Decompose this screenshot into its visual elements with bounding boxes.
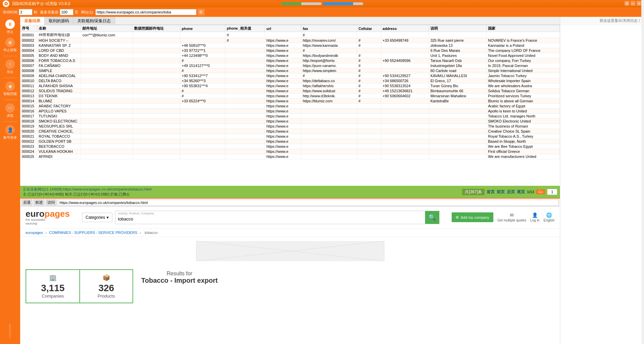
table-row[interactable]: 000011ALFAKHER SHISHA+90 553831***4https… [21,83,560,89]
table-cell: # [180,68,225,73]
right-scrollbar[interactable] [641,25,644,344]
table-row[interactable]: 000013D3 TEKNIK#https://www.ehttp://www.… [21,94,560,99]
table-row[interactable]: 000020CREATIVE CHOICE,https://www.eCreat… [21,129,560,134]
ep-categories-button[interactable]: Categories ▾ [82,213,112,222]
sidebar-item-export[interactable]: ↑ 导出 [1,58,19,76]
first-page-btn[interactable]: 首页 [487,189,495,195]
progress-fill-1 [281,2,301,5]
breadcrumb-home[interactable]: europages [26,231,43,235]
table-row[interactable]: 000008SIMPLE#https://www.ehttps://www.si… [21,68,560,73]
table-cell: https://www.e [265,38,301,43]
table-row[interactable]: 000010DELTA BACO+34 95260***3https://www… [21,78,560,83]
wait-input[interactable] [19,9,32,15]
table-cell [301,149,357,154]
table-row[interactable]: 000021ROYAL TOBACCOhttps://www.eRoyal To… [21,134,560,139]
close-button[interactable]: ✕ [637,1,641,6]
tab-rules[interactable]: 关联规则/采集日志 [73,17,115,25]
table-cell: 000005 [21,53,37,58]
table-cell: SMOKO ELECTRONIC [37,119,81,124]
browser-content[interactable]: europages For successfulsourcing Categor… [20,207,560,344]
tab-rules-label: 关联规则/采集日志 [77,18,111,24]
prev-page-btn[interactable]: 前页 [497,189,505,195]
last-page-btn[interactable]: 尾页 [517,189,525,195]
table-cell: zbikowska 13 [429,43,486,48]
table-cell: 000011 [21,83,37,89]
url-input[interactable] [96,9,196,15]
minimize-button[interactable]: — [631,1,635,6]
data-table-container[interactable]: 序号 名称 邮件地址 数据挖掘邮件地址 phone phone_相关值 url … [20,25,560,186]
sidebar-item-browse[interactable]: ⋯ 浏览 [1,102,19,119]
table-row[interactable]: 000016APOLLO VAPEShttps://www.eApollo is… [21,109,560,114]
table-row[interactable]: 000023BEETOBACCOhttps://www.eWe are Bee … [21,144,560,149]
table-cell [429,129,486,134]
run-info: 主:已运行[0小时4分48秒] 相关:已运行[0小时4分28秒] 拦截:已腾出 [23,192,457,197]
right-hint[interactable]: 双击这里显示/关闭日志！ [560,17,644,25]
table-row[interactable]: 000002HIGH SOCIETY –#https://www.ehttps:… [21,38,560,43]
table-row[interactable]: 000004LORD OF CBD+33 97721***1https://ww… [21,48,560,53]
ep-search-button[interactable]: 🔍 [425,211,439,224]
browser-panel: 后退 前进 访问 europages For successfulsourcin… [20,199,560,344]
next-page-btn[interactable]: 后页 [507,189,515,195]
table-cell [81,53,133,58]
url-settings-button[interactable]: ⚙ [198,9,204,15]
login-button[interactable]: 👤 Log in [530,212,539,222]
table-cell: +48 50810***0 [180,43,225,48]
table-cell [381,109,429,114]
language-button[interactable]: 🌐 English [543,212,555,222]
sidebar-item-stop-collect[interactable]: ⊗ 停止获取 [1,36,19,54]
table-row[interactable]: 000014BLUMIZ+33 65224***0https://www.eht… [21,99,560,104]
breadcrumb-companies[interactable]: COMPANIES - SUPPLIERS - SERVICE PROVIDER… [49,231,137,235]
table-row[interactable]: 000019NEOSUPPLIES SRLhttps://www.eThe bu… [21,124,560,129]
table-row[interactable]: 000001##所有邮件地址(@con***@blumiz.com## [21,32,560,38]
table-cell: FORR TOBACCO A.S [37,58,81,63]
table-cell: Tarsus Nacarli Osb [429,58,486,63]
table-cell: https://www.e [265,119,301,124]
sidebar-item-account[interactable]: 👤 账号登录 [1,124,19,141]
table-row[interactable]: 000015ARABIC FACTORYhttps://www.eArabic … [21,104,560,109]
table-cell [225,99,265,104]
table-cell: # [357,63,381,68]
table-cell: ARABIC FACTORY [37,104,81,109]
table-row[interactable]: 000003KANNASTAR SP. Z+48 50810***0https:… [21,43,560,48]
add-company-button[interactable]: ⊞ Add my company [452,212,493,222]
go-button[interactable]: Go [536,190,545,194]
wait-unit: 秒 [34,10,37,15]
get-quotes-button[interactable]: ✉ Get multiple quotes [497,212,526,222]
ep-search-input[interactable] [115,211,425,223]
table-cell [381,139,429,144]
max-input[interactable] [60,9,73,15]
table-row[interactable]: 000025AFRNDIhttps://www.eWe are manufact… [21,154,560,159]
ep-breadcrumb: europages › COMPANIES - SUPPLIERS - SERV… [20,229,560,237]
tab-source[interactable]: 取到的源码 [45,17,73,25]
settings-button[interactable]: ⚙ [624,1,629,6]
table-cell [301,129,357,134]
table-row[interactable]: 000017TUTUNSKIhttps://www.eTobacco Ltd. … [21,114,560,119]
table-row[interactable]: 000005BODY AND MIND+44 123498***0https:/… [21,53,560,58]
table-row[interactable]: 000024VULKANA HOOKAHhttps://www.eFirst o… [21,149,560,154]
table-row[interactable]: 000006FORR TOBACCO A.S#https://www.ehttp… [21,58,560,63]
table-row[interactable]: 000018SMOKO ELECTRONIChttps://www.eSMOKO… [21,119,560,124]
table-cell [225,58,265,63]
back-button[interactable]: 后退 [22,199,32,206]
categories-label: Categories [86,215,105,220]
table-cell [381,63,429,68]
table-cell: Birnbaumsmuhle 66 [429,89,486,94]
table-row[interactable]: 000012SOLIDUS TRADING#https://www.ehttps… [21,89,560,94]
sidebar-item-smart[interactable]: ◈ 智能挖掘 [1,80,19,98]
table-row[interactable]: 000022GOLDEN PORT SBhttps://www.eBased i… [21,139,560,144]
visit-button[interactable]: 访问 [46,199,56,206]
page-input[interactable] [547,189,557,195]
table-cell: BODY AND MIND [37,53,81,58]
table-row[interactable]: 000009ADELINA CHARCOAL+90 533412***7http… [21,73,560,78]
table-row[interactable]: 000007FA.CAÑAMO+49 1514127***0https://ww… [21,63,560,68]
table-cell: BLUMIZ [37,99,81,104]
progress-fill-2 [323,2,353,5]
table-cell: https://www.e [265,144,301,149]
tab-results[interactable]: 采集结果 [20,17,45,25]
table-cell: Unit 1, Pastures [429,53,486,58]
table-cell [381,32,429,38]
sidebar-item-stop[interactable]: ⏸ 停止 [1,18,19,36]
table-cell: SMOKO Electronic United [487,119,560,124]
address-bar[interactable] [58,200,559,206]
forward-button[interactable]: 前进 [34,199,44,206]
